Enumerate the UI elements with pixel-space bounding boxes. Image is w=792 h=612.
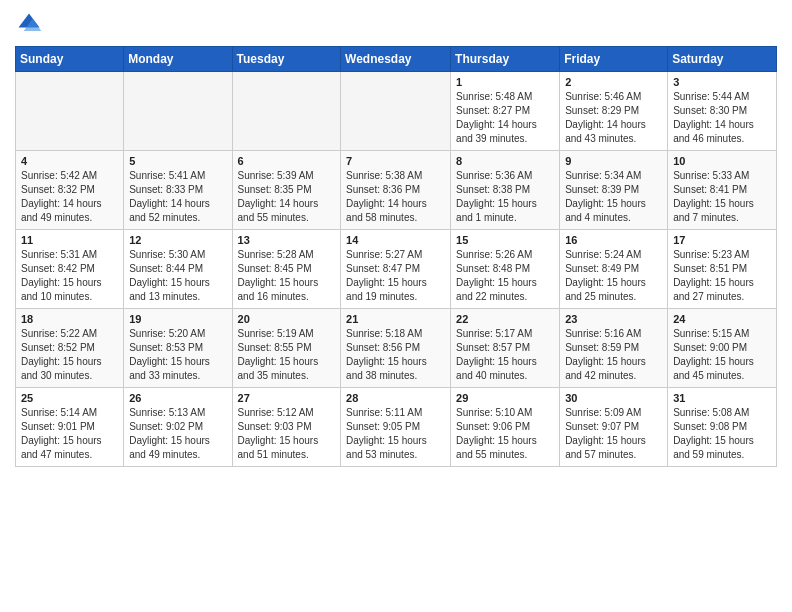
- calendar-cell: 18Sunrise: 5:22 AM Sunset: 8:52 PM Dayli…: [16, 309, 124, 388]
- calendar-cell: 12Sunrise: 5:30 AM Sunset: 8:44 PM Dayli…: [124, 230, 232, 309]
- weekday-header-tuesday: Tuesday: [232, 47, 341, 72]
- calendar-cell: 1Sunrise: 5:48 AM Sunset: 8:27 PM Daylig…: [451, 72, 560, 151]
- day-info: Sunrise: 5:11 AM Sunset: 9:05 PM Dayligh…: [346, 406, 445, 462]
- calendar-cell: 29Sunrise: 5:10 AM Sunset: 9:06 PM Dayli…: [451, 388, 560, 467]
- day-number: 27: [238, 392, 336, 404]
- calendar-cell: 9Sunrise: 5:34 AM Sunset: 8:39 PM Daylig…: [560, 151, 668, 230]
- day-info: Sunrise: 5:39 AM Sunset: 8:35 PM Dayligh…: [238, 169, 336, 225]
- calendar-cell: 17Sunrise: 5:23 AM Sunset: 8:51 PM Dayli…: [668, 230, 777, 309]
- day-info: Sunrise: 5:36 AM Sunset: 8:38 PM Dayligh…: [456, 169, 554, 225]
- calendar-cell: 8Sunrise: 5:36 AM Sunset: 8:38 PM Daylig…: [451, 151, 560, 230]
- calendar-cell: 13Sunrise: 5:28 AM Sunset: 8:45 PM Dayli…: [232, 230, 341, 309]
- day-info: Sunrise: 5:08 AM Sunset: 9:08 PM Dayligh…: [673, 406, 771, 462]
- calendar-cell: 23Sunrise: 5:16 AM Sunset: 8:59 PM Dayli…: [560, 309, 668, 388]
- calendar-cell: 19Sunrise: 5:20 AM Sunset: 8:53 PM Dayli…: [124, 309, 232, 388]
- logo-icon: [15, 10, 43, 38]
- calendar-cell: 4Sunrise: 5:42 AM Sunset: 8:32 PM Daylig…: [16, 151, 124, 230]
- day-number: 12: [129, 234, 226, 246]
- weekday-header-wednesday: Wednesday: [341, 47, 451, 72]
- calendar-cell: 15Sunrise: 5:26 AM Sunset: 8:48 PM Dayli…: [451, 230, 560, 309]
- day-info: Sunrise: 5:46 AM Sunset: 8:29 PM Dayligh…: [565, 90, 662, 146]
- weekday-header-sunday: Sunday: [16, 47, 124, 72]
- day-info: Sunrise: 5:09 AM Sunset: 9:07 PM Dayligh…: [565, 406, 662, 462]
- day-number: 24: [673, 313, 771, 325]
- day-number: 17: [673, 234, 771, 246]
- day-number: 25: [21, 392, 118, 404]
- weekday-header-saturday: Saturday: [668, 47, 777, 72]
- calendar-week-row: 1Sunrise: 5:48 AM Sunset: 8:27 PM Daylig…: [16, 72, 777, 151]
- calendar-cell: [341, 72, 451, 151]
- day-number: 3: [673, 76, 771, 88]
- day-number: 1: [456, 76, 554, 88]
- day-number: 22: [456, 313, 554, 325]
- calendar-cell: 22Sunrise: 5:17 AM Sunset: 8:57 PM Dayli…: [451, 309, 560, 388]
- day-info: Sunrise: 5:30 AM Sunset: 8:44 PM Dayligh…: [129, 248, 226, 304]
- calendar-week-row: 25Sunrise: 5:14 AM Sunset: 9:01 PM Dayli…: [16, 388, 777, 467]
- weekday-header-row: SundayMondayTuesdayWednesdayThursdayFrid…: [16, 47, 777, 72]
- calendar-week-row: 18Sunrise: 5:22 AM Sunset: 8:52 PM Dayli…: [16, 309, 777, 388]
- calendar-cell: 14Sunrise: 5:27 AM Sunset: 8:47 PM Dayli…: [341, 230, 451, 309]
- calendar-cell: 2Sunrise: 5:46 AM Sunset: 8:29 PM Daylig…: [560, 72, 668, 151]
- day-info: Sunrise: 5:31 AM Sunset: 8:42 PM Dayligh…: [21, 248, 118, 304]
- day-info: Sunrise: 5:12 AM Sunset: 9:03 PM Dayligh…: [238, 406, 336, 462]
- day-number: 20: [238, 313, 336, 325]
- day-info: Sunrise: 5:38 AM Sunset: 8:36 PM Dayligh…: [346, 169, 445, 225]
- header: [15, 10, 777, 38]
- calendar-cell: 3Sunrise: 5:44 AM Sunset: 8:30 PM Daylig…: [668, 72, 777, 151]
- day-info: Sunrise: 5:42 AM Sunset: 8:32 PM Dayligh…: [21, 169, 118, 225]
- weekday-header-thursday: Thursday: [451, 47, 560, 72]
- day-number: 9: [565, 155, 662, 167]
- day-info: Sunrise: 5:41 AM Sunset: 8:33 PM Dayligh…: [129, 169, 226, 225]
- day-number: 18: [21, 313, 118, 325]
- calendar-cell: 24Sunrise: 5:15 AM Sunset: 9:00 PM Dayli…: [668, 309, 777, 388]
- day-number: 8: [456, 155, 554, 167]
- day-info: Sunrise: 5:34 AM Sunset: 8:39 PM Dayligh…: [565, 169, 662, 225]
- day-number: 15: [456, 234, 554, 246]
- day-number: 2: [565, 76, 662, 88]
- page: SundayMondayTuesdayWednesdayThursdayFrid…: [0, 0, 792, 477]
- calendar-week-row: 4Sunrise: 5:42 AM Sunset: 8:32 PM Daylig…: [16, 151, 777, 230]
- calendar-cell: 27Sunrise: 5:12 AM Sunset: 9:03 PM Dayli…: [232, 388, 341, 467]
- day-info: Sunrise: 5:13 AM Sunset: 9:02 PM Dayligh…: [129, 406, 226, 462]
- day-info: Sunrise: 5:10 AM Sunset: 9:06 PM Dayligh…: [456, 406, 554, 462]
- calendar-cell: 28Sunrise: 5:11 AM Sunset: 9:05 PM Dayli…: [341, 388, 451, 467]
- day-info: Sunrise: 5:16 AM Sunset: 8:59 PM Dayligh…: [565, 327, 662, 383]
- day-info: Sunrise: 5:28 AM Sunset: 8:45 PM Dayligh…: [238, 248, 336, 304]
- calendar-cell: 10Sunrise: 5:33 AM Sunset: 8:41 PM Dayli…: [668, 151, 777, 230]
- day-number: 4: [21, 155, 118, 167]
- calendar-cell: 25Sunrise: 5:14 AM Sunset: 9:01 PM Dayli…: [16, 388, 124, 467]
- day-number: 6: [238, 155, 336, 167]
- calendar-cell: [124, 72, 232, 151]
- day-info: Sunrise: 5:19 AM Sunset: 8:55 PM Dayligh…: [238, 327, 336, 383]
- day-number: 21: [346, 313, 445, 325]
- day-info: Sunrise: 5:23 AM Sunset: 8:51 PM Dayligh…: [673, 248, 771, 304]
- day-info: Sunrise: 5:17 AM Sunset: 8:57 PM Dayligh…: [456, 327, 554, 383]
- day-info: Sunrise: 5:18 AM Sunset: 8:56 PM Dayligh…: [346, 327, 445, 383]
- day-info: Sunrise: 5:33 AM Sunset: 8:41 PM Dayligh…: [673, 169, 771, 225]
- calendar-cell: 7Sunrise: 5:38 AM Sunset: 8:36 PM Daylig…: [341, 151, 451, 230]
- day-info: Sunrise: 5:14 AM Sunset: 9:01 PM Dayligh…: [21, 406, 118, 462]
- calendar-cell: 20Sunrise: 5:19 AM Sunset: 8:55 PM Dayli…: [232, 309, 341, 388]
- day-number: 11: [21, 234, 118, 246]
- day-number: 29: [456, 392, 554, 404]
- day-info: Sunrise: 5:27 AM Sunset: 8:47 PM Dayligh…: [346, 248, 445, 304]
- day-number: 31: [673, 392, 771, 404]
- calendar-week-row: 11Sunrise: 5:31 AM Sunset: 8:42 PM Dayli…: [16, 230, 777, 309]
- day-info: Sunrise: 5:15 AM Sunset: 9:00 PM Dayligh…: [673, 327, 771, 383]
- calendar-cell: 16Sunrise: 5:24 AM Sunset: 8:49 PM Dayli…: [560, 230, 668, 309]
- day-number: 7: [346, 155, 445, 167]
- weekday-header-friday: Friday: [560, 47, 668, 72]
- day-number: 13: [238, 234, 336, 246]
- calendar-cell: 6Sunrise: 5:39 AM Sunset: 8:35 PM Daylig…: [232, 151, 341, 230]
- calendar-cell: 11Sunrise: 5:31 AM Sunset: 8:42 PM Dayli…: [16, 230, 124, 309]
- day-info: Sunrise: 5:48 AM Sunset: 8:27 PM Dayligh…: [456, 90, 554, 146]
- day-info: Sunrise: 5:20 AM Sunset: 8:53 PM Dayligh…: [129, 327, 226, 383]
- day-number: 23: [565, 313, 662, 325]
- day-number: 30: [565, 392, 662, 404]
- day-number: 5: [129, 155, 226, 167]
- day-info: Sunrise: 5:24 AM Sunset: 8:49 PM Dayligh…: [565, 248, 662, 304]
- calendar-cell: [16, 72, 124, 151]
- calendar-cell: 26Sunrise: 5:13 AM Sunset: 9:02 PM Dayli…: [124, 388, 232, 467]
- calendar-cell: 30Sunrise: 5:09 AM Sunset: 9:07 PM Dayli…: [560, 388, 668, 467]
- calendar-cell: 5Sunrise: 5:41 AM Sunset: 8:33 PM Daylig…: [124, 151, 232, 230]
